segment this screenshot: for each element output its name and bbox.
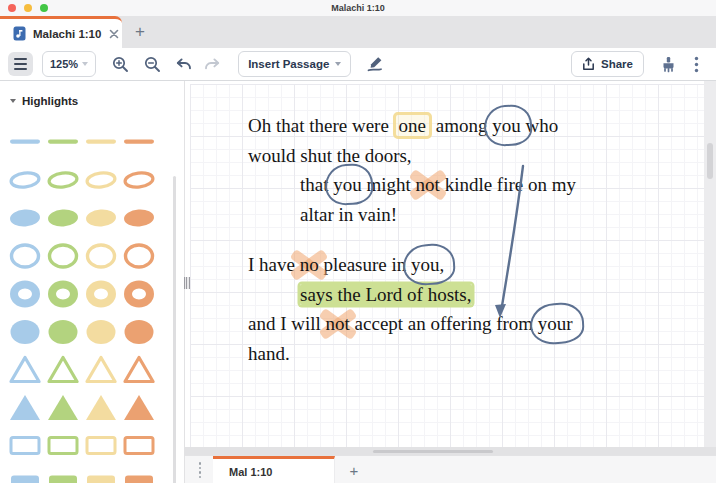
insert-passage-button[interactable]: Insert Passage	[238, 51, 351, 77]
highlight-style-highlight-blob-0[interactable]	[6, 199, 44, 237]
verse-segment: who	[521, 115, 558, 136]
highlight-style-grid	[6, 123, 162, 483]
highlight-style-row	[6, 313, 162, 351]
highlight-style-ellipse-outline-1[interactable]	[44, 161, 82, 199]
verse-line: I have no pleasure in you,	[248, 250, 576, 280]
page-tab-mal-1-10[interactable]: Mal 1:10	[213, 456, 335, 483]
highlight-style-underline-stroke-2[interactable]	[82, 123, 120, 161]
highlight-style-thick-ring-3[interactable]	[120, 275, 158, 313]
highlight-style-filled-rectangle-1[interactable]	[44, 465, 82, 483]
tab-malachi-1-10[interactable]: Malachi 1:10	[0, 16, 122, 48]
vertical-scrollbar-track[interactable]	[704, 81, 716, 447]
highlight-style-underline-stroke-1[interactable]	[44, 123, 82, 161]
highlight-style-filled-circle-3[interactable]	[120, 313, 158, 351]
highlight-style-circle-outline-1[interactable]	[44, 237, 82, 275]
undo-arrow-icon[interactable]	[172, 52, 196, 76]
highlight-style-filled-rectangle-3[interactable]	[120, 465, 158, 483]
verse-line: that you might not kindle fire on my	[248, 170, 576, 200]
highlight-annotation[interactable]: says the Lord of hosts,	[300, 284, 472, 305]
upload-icon	[582, 57, 595, 71]
chevron-down-icon	[10, 99, 16, 103]
share-label: Share	[601, 58, 633, 70]
chevron-down-icon	[82, 62, 88, 66]
highlight-style-filled-triangle-2[interactable]	[82, 389, 120, 427]
add-page-button[interactable]: +	[343, 459, 365, 481]
highlight-style-row	[6, 123, 162, 161]
verse-segment: that	[300, 174, 333, 195]
highlights-section-header[interactable]: Highlights	[0, 81, 184, 107]
highlight-style-rectangle-outline-1[interactable]	[44, 427, 82, 465]
highlight-style-filled-circle-2[interactable]	[82, 313, 120, 351]
verse-segment: hand.	[248, 343, 290, 364]
highlight-style-rectangle-outline-2[interactable]	[82, 427, 120, 465]
circle-annotation[interactable]: your	[538, 309, 573, 339]
highlight-style-triangle-outline-1[interactable]	[44, 351, 82, 389]
highlight-style-ellipse-outline-0[interactable]	[6, 161, 44, 199]
chevron-down-icon	[335, 62, 341, 66]
circle-annotation[interactable]: you	[333, 170, 362, 200]
highlight-style-rectangle-outline-3[interactable]	[120, 427, 158, 465]
highlight-style-underline-stroke-3[interactable]	[120, 123, 158, 161]
verse-line: says the Lord of hosts,	[248, 280, 576, 310]
sidebar-scrollbar[interactable]	[173, 176, 176, 483]
marker-pen-icon[interactable]	[363, 52, 387, 76]
verse-segment: among	[431, 115, 492, 136]
verse-line: Oh that there were one among you who	[248, 111, 576, 141]
highlight-style-circle-outline-0[interactable]	[6, 237, 44, 275]
page-bar: Mal 1:10 +	[185, 455, 716, 483]
highlight-style-row	[6, 237, 162, 275]
highlight-style-triangle-outline-3[interactable]	[120, 351, 158, 389]
highlight-style-filled-triangle-3[interactable]	[120, 389, 158, 427]
redo-arrow-icon[interactable]	[200, 52, 224, 76]
window-titlebar: Malachi 1:10	[0, 0, 716, 16]
circle-annotation[interactable]: you	[492, 111, 521, 141]
highlight-style-circle-outline-3[interactable]	[120, 237, 158, 275]
highlight-style-filled-triangle-1[interactable]	[44, 389, 82, 427]
cross-out-annotation[interactable]: not	[326, 309, 350, 339]
highlight-style-highlight-blob-1[interactable]	[44, 199, 82, 237]
highlight-style-ellipse-outline-2[interactable]	[82, 161, 120, 199]
highlight-style-ellipse-outline-3[interactable]	[120, 161, 158, 199]
new-tab-button[interactable]: +	[128, 20, 152, 44]
highlight-style-filled-circle-0[interactable]	[6, 313, 44, 351]
verse-line: hand.	[248, 339, 576, 369]
highlight-style-row	[6, 427, 162, 465]
grip-dots-icon[interactable]	[193, 461, 207, 479]
paintbrush-icon[interactable]	[656, 52, 680, 76]
cross-out-annotation[interactable]: no	[300, 250, 319, 280]
highlight-style-circle-outline-2[interactable]	[82, 237, 120, 275]
page-tab-label: Mal 1:10	[229, 466, 272, 478]
magnifier-minus-icon[interactable]	[140, 52, 164, 76]
highlight-style-thick-ring-0[interactable]	[6, 275, 44, 313]
highlight-style-thick-ring-2[interactable]	[82, 275, 120, 313]
hamburger-menu-icon[interactable]	[8, 52, 33, 76]
highlight-style-filled-rectangle-2[interactable]	[82, 465, 120, 483]
highlight-style-row	[6, 389, 162, 427]
horizontal-scrollbar-track[interactable]	[185, 447, 716, 455]
circle-annotation[interactable]: you,	[411, 250, 444, 280]
highlight-style-filled-circle-1[interactable]	[44, 313, 82, 351]
window-title: Malachi 1:10	[0, 3, 716, 13]
music-document-icon	[13, 26, 26, 41]
close-tab-icon[interactable]	[108, 28, 120, 40]
highlight-style-filled-rectangle-0[interactable]	[6, 465, 44, 483]
highlight-style-highlight-blob-2[interactable]	[82, 199, 120, 237]
share-button[interactable]: Share	[571, 51, 644, 77]
highlight-style-thick-ring-1[interactable]	[44, 275, 82, 313]
highlight-style-triangle-outline-2[interactable]	[82, 351, 120, 389]
sketch-canvas[interactable]: Oh that there were one among you whowoul…	[190, 84, 704, 447]
verse-line: altar in vain!	[248, 200, 576, 230]
magnifier-plus-icon[interactable]	[108, 52, 132, 76]
verse-segment: might	[362, 174, 416, 195]
box-annotation[interactable]: one	[393, 112, 432, 139]
cross-out-annotation[interactable]: not	[416, 170, 440, 200]
horizontal-scrollbar-thumb[interactable]	[373, 450, 493, 453]
highlight-style-highlight-blob-3[interactable]	[120, 199, 158, 237]
highlight-style-underline-stroke-0[interactable]	[6, 123, 44, 161]
kebab-menu-icon[interactable]	[684, 52, 708, 76]
vertical-scrollbar-thumb[interactable]	[707, 143, 713, 179]
zoom-level-dropdown[interactable]: 125%	[42, 51, 96, 77]
highlight-style-filled-triangle-0[interactable]	[6, 389, 44, 427]
highlight-style-triangle-outline-0[interactable]	[6, 351, 44, 389]
highlight-style-rectangle-outline-0[interactable]	[6, 427, 44, 465]
